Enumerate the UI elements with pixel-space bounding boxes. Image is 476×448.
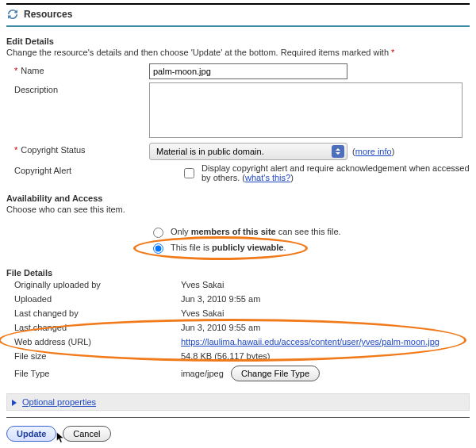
page-title: Resources [24,9,72,20]
copyright-status-label: * Copyright Status [14,145,86,155]
uploaded-label: Uploaded [6,294,149,304]
optional-properties-link[interactable]: Optional properties [22,397,96,407]
uploader-label: Originally uploaded by [6,280,149,289]
update-button[interactable]: Update [6,426,56,442]
name-label: * Name [14,66,44,75]
availability-title: Availability and Access [6,193,470,203]
url-link[interactable]: https://laulima.hawaii.edu/access/conten… [181,337,440,347]
type-label: File Type [6,369,149,378]
copyright-status-select[interactable]: Material is in public domain. [149,143,347,160]
uploaded-value: Jun 3, 2010 9:55 am [149,294,470,304]
change-file-type-button[interactable]: Change File Type [231,366,320,381]
changer-label: Last changed by [6,308,149,318]
edit-details-title: Edit Details [6,36,470,46]
changer-value: Yves Sakai [149,308,470,318]
name-input[interactable] [149,63,347,79]
triangle-right-icon [12,400,17,406]
page-header: Resources [6,3,470,27]
copyright-alert-text: Display copyright alert and require ackn… [202,163,470,182]
refresh-icon[interactable] [6,8,19,21]
changed-value: Jun 3, 2010 9:55 am [149,323,470,332]
availability-subtitle: Choose who can see this item. [6,205,470,214]
divider [6,417,470,418]
more-info-link[interactable]: more info [355,147,392,156]
description-textarea[interactable] [149,82,463,138]
visibility-public-radio[interactable] [153,243,163,254]
type-value: image/jpeg [181,369,224,378]
description-label: Description [14,85,58,94]
copyright-alert-checkbox[interactable] [184,168,194,178]
file-details-title: File Details [6,268,470,278]
visibility-public-label: This file is publicly viewable. [171,243,286,252]
whats-this-link[interactable]: what's this? [245,173,290,182]
size-label: File size [6,351,149,361]
edit-intro: Change the resource's details and then c… [6,48,470,57]
uploader-value: Yves Sakai [149,280,470,289]
changed-label: Last changed [6,323,149,332]
visibility-members-radio[interactable] [153,228,163,238]
cancel-button[interactable]: Cancel [63,426,110,442]
copyright-alert-label: Copyright Alert [14,166,71,175]
size-value: 54.8 KB (56,117 bytes) [149,351,470,361]
visibility-members-label: Only members of this site can see this f… [171,227,341,236]
optional-properties-bar[interactable]: Optional properties [6,393,470,411]
url-label: Web address (URL) [6,337,149,347]
